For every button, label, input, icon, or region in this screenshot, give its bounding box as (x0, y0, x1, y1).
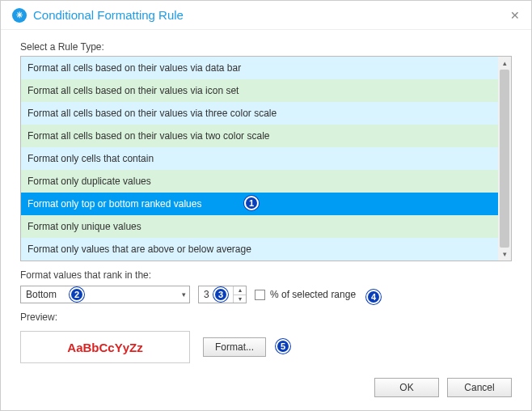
dialog-content: Select a Rule Type: Format all cells bas… (1, 30, 531, 363)
callout-badge-1: 1 (244, 196, 259, 210)
list-item-label: Format only values that are above or bel… (27, 244, 251, 255)
app-icon: ✳ (12, 8, 27, 23)
rank-value: 3 (204, 289, 209, 300)
callout-badge-4: 4 (366, 290, 381, 304)
select-rule-type-label: Select a Rule Type: (20, 41, 512, 53)
scroll-track[interactable] (498, 70, 511, 248)
list-item-label: Format only cells that contain (27, 153, 154, 164)
rule-type-item[interactable]: Format only duplicate values (21, 170, 498, 193)
spinner-buttons: ▴ ▾ (233, 286, 246, 303)
rule-type-item[interactable]: Format only top or bottom ranked values … (21, 193, 498, 215)
preview-label: Preview: (20, 311, 512, 323)
chevron-down-icon: ▾ (182, 290, 186, 299)
scroll-thumb[interactable] (500, 70, 509, 248)
titlebar: ✳ Conditional Formatting Rule ✕ (1, 1, 531, 30)
percent-label: % of selected range (270, 289, 356, 300)
spin-down-button[interactable]: ▾ (234, 295, 246, 303)
scroll-up-button[interactable]: ▴ (498, 57, 511, 70)
format-button[interactable]: Format... (203, 337, 266, 357)
rule-type-item[interactable]: Format all cells based on their values v… (21, 57, 498, 79)
rule-type-item[interactable]: Format all cells based on their values v… (21, 102, 498, 125)
ok-button-label: OK (399, 382, 413, 393)
scrollbar[interactable]: ▴ ▾ (498, 57, 511, 261)
percent-checkbox[interactable]: % of selected range 4 (255, 289, 356, 300)
list-item-label: Format all cells based on their values v… (27, 108, 277, 119)
callout-badge-2: 2 (70, 287, 84, 302)
rank-direction-value: Bottom (26, 289, 57, 300)
cancel-button-label: Cancel (464, 382, 494, 393)
list-item-label: Format only unique values (27, 221, 141, 232)
rule-type-item[interactable]: Format only unique values (21, 215, 498, 238)
format-button-label: Format... (215, 341, 254, 353)
format-button-wrap: Format... 5 (203, 337, 266, 357)
rank-direction-select[interactable]: Bottom ▾ 2 (20, 286, 190, 303)
list-item-label: Format all cells based on their values v… (27, 85, 239, 96)
rank-config-row: Bottom ▾ 2 3 ▴ ▾ 3 % of selected range 4 (20, 286, 512, 303)
rule-type-item[interactable]: Format all cells based on their values v… (21, 79, 498, 102)
list-item-label: Format only duplicate values (27, 176, 151, 187)
preview-sample-box: AaBbCcYyZz (20, 331, 190, 363)
close-button[interactable]: ✕ (504, 4, 526, 27)
callout-badge-5: 5 (276, 339, 290, 354)
dialog-title: Conditional Formatting Rule (33, 8, 504, 22)
rank-value-spinner[interactable]: 3 ▴ ▾ 3 (198, 286, 247, 303)
dialog-footer: OK Cancel (374, 378, 512, 397)
close-icon: ✕ (510, 9, 520, 22)
cancel-button[interactable]: Cancel (447, 378, 512, 397)
list-item-label: Format all cells based on their values v… (27, 130, 269, 142)
rank-in-label: Format values that rank in the: (20, 269, 512, 281)
callout-badge-3: 3 (213, 287, 228, 302)
spin-up-button[interactable]: ▴ (234, 286, 246, 295)
list-item-label: Format only top or bottom ranked values (27, 198, 201, 210)
rule-type-item[interactable]: Format only values that are above or bel… (21, 238, 498, 261)
preview-sample-text: AaBbCcYyZz (67, 341, 142, 354)
rule-type-listbox: Format all cells based on their values v… (20, 56, 512, 261)
dialog-window: ✳ Conditional Formatting Rule ✕ Select a… (0, 0, 532, 411)
rule-type-item[interactable]: Format only cells that contain (21, 147, 498, 170)
scroll-down-button[interactable]: ▾ (498, 248, 511, 261)
preview-row: AaBbCcYyZz Format... 5 (20, 331, 512, 363)
rule-type-item[interactable]: Format all cells based on their values v… (21, 125, 498, 147)
list-item-label: Format all cells based on their values v… (27, 62, 241, 74)
ok-button[interactable]: OK (374, 378, 439, 397)
checkbox-box[interactable] (255, 290, 265, 300)
rule-type-list[interactable]: Format all cells based on their values v… (21, 57, 498, 261)
